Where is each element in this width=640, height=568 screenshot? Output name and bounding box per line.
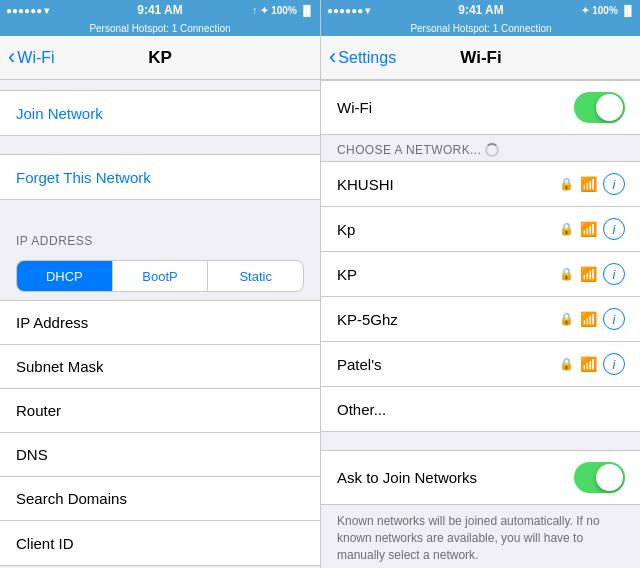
battery-icon: ▐▌: [300, 5, 314, 16]
right-nav-bar: ‹ Settings Wi-Fi: [321, 36, 640, 80]
subnet-mask-label: Subnet Mask: [16, 358, 304, 375]
network-item-kp[interactable]: KP 🔒 📶 i: [321, 252, 640, 297]
ip-segment-control[interactable]: DHCP BootP Static: [16, 260, 304, 292]
network-item-kp5ghz[interactable]: KP-5Ghz 🔒 📶 i: [321, 297, 640, 342]
battery-label: 100%: [271, 5, 297, 16]
right-wifi-icon: ▾: [365, 5, 370, 16]
right-nav-title: Wi-Fi: [460, 48, 501, 68]
kp-lock-icon: 🔒: [559, 267, 574, 281]
patels-info-button[interactable]: i: [603, 353, 625, 375]
wifi-label: Wi-Fi: [337, 99, 574, 116]
ask-join-item: Ask to Join Networks: [321, 451, 640, 504]
kp-lower-wifi-icon: 📶: [580, 221, 597, 237]
dhcp-segment[interactable]: DHCP: [17, 261, 113, 291]
loading-spinner-icon: [485, 143, 499, 157]
khushi-icons: 🔒 📶 i: [559, 173, 625, 195]
right-battery-label: 100%: [592, 5, 618, 16]
ip-address-label: IP Address: [16, 314, 304, 331]
kp-lower-lock-icon: 🔒: [559, 222, 574, 236]
static-label: Static: [239, 269, 272, 284]
network-list: KHUSHI 🔒 📶 i Kp 🔒 📶 i KP: [321, 161, 640, 432]
khushi-lock-icon: 🔒: [559, 177, 574, 191]
dns-label: DNS: [16, 446, 304, 463]
left-back-button[interactable]: ‹ Wi-Fi: [8, 48, 55, 68]
join-network-label: Join Network: [16, 105, 304, 122]
ask-join-group: Ask to Join Networks: [321, 450, 640, 505]
kp-info-button[interactable]: i: [603, 263, 625, 285]
right-time: 9:41 AM: [458, 3, 504, 17]
right-hotspot-bar: Personal Hotspot: 1 Connection: [321, 20, 640, 36]
dns-item[interactable]: DNS: [0, 433, 320, 477]
left-hotspot-bar: Personal Hotspot: 1 Connection: [0, 20, 320, 36]
right-panel: ●●●●●● ▾ 9:41 AM ✦ 100% ▐▌ Personal Hots…: [321, 0, 640, 568]
search-domains-item[interactable]: Search Domains: [0, 477, 320, 521]
left-status-bar: ●●●●●● ▾ 9:41 AM ↑ ✦ 100% ▐▌: [0, 0, 320, 20]
left-right-status-icons: ↑ ✦ 100% ▐▌: [252, 5, 314, 16]
left-status-icons: ●●●●●● ▾: [6, 5, 49, 16]
patels-lock-icon: 🔒: [559, 357, 574, 371]
kp5ghz-icons: 🔒 📶 i: [559, 308, 625, 330]
right-status-icons-right: ✦ 100% ▐▌: [581, 5, 635, 16]
kp5ghz-info-button[interactable]: i: [603, 308, 625, 330]
right-signal-icon: ●●●●●●: [327, 5, 363, 16]
left-nav-bar: ‹ Wi-Fi KP: [0, 36, 320, 80]
khushi-wifi-icon: 📶: [580, 176, 597, 192]
network-name-kp: KP: [337, 266, 559, 283]
left-hotspot-text: Personal Hotspot: 1 Connection: [89, 23, 230, 34]
client-id-label: Client ID: [16, 535, 304, 552]
client-id-item[interactable]: Client ID: [0, 521, 320, 565]
bootp-segment[interactable]: BootP: [113, 261, 209, 291]
forget-network-item[interactable]: Forget This Network: [0, 155, 320, 199]
network-name-other: Other...: [337, 401, 625, 418]
spacer-2: [0, 200, 320, 218]
right-status-icons-left: ●●●●●● ▾: [327, 5, 370, 16]
wifi-toggle-group: Wi-Fi: [321, 80, 640, 135]
ip-address-item[interactable]: IP Address: [0, 301, 320, 345]
network-item-patels[interactable]: Patel's 🔒 📶 i: [321, 342, 640, 387]
right-battery-icon: ▐▌: [621, 5, 635, 16]
right-hotspot-text: Personal Hotspot: 1 Connection: [410, 23, 551, 34]
right-spacer: [321, 432, 640, 450]
wifi-toggle[interactable]: [574, 92, 625, 123]
arrow-up-icon: ↑: [252, 5, 257, 16]
signal-icon: ●●●●●●: [6, 5, 42, 16]
network-name-kp5ghz: KP-5Ghz: [337, 311, 559, 328]
bluetooth-icon: ✦: [260, 5, 268, 16]
note-text: Known networks will be joined automatica…: [321, 505, 640, 568]
khushi-info-button[interactable]: i: [603, 173, 625, 195]
back-label: Wi-Fi: [17, 49, 54, 67]
right-content: Wi-Fi CHOOSE A NETWORK... KHUSHI 🔒 📶 i: [321, 80, 640, 568]
network-name-khushi: KHUSHI: [337, 176, 559, 193]
network-item-kp-lower[interactable]: Kp 🔒 📶 i: [321, 207, 640, 252]
kp-wifi-icon: 📶: [580, 266, 597, 282]
patels-icons: 🔒 📶 i: [559, 353, 625, 375]
static-segment[interactable]: Static: [208, 261, 303, 291]
dhcp-label: DHCP: [46, 269, 83, 284]
network-name-patels: Patel's: [337, 356, 559, 373]
join-network-group: Join Network: [0, 90, 320, 136]
right-back-button[interactable]: ‹ Settings: [329, 48, 396, 68]
right-status-bar: ●●●●●● ▾ 9:41 AM ✦ 100% ▐▌: [321, 0, 640, 20]
patels-wifi-icon: 📶: [580, 356, 597, 372]
wifi-status-icon: ▾: [44, 5, 49, 16]
forget-network-group: Forget This Network: [0, 154, 320, 200]
right-back-label: Settings: [338, 49, 396, 67]
wifi-toggle-item: Wi-Fi: [321, 81, 640, 134]
spacer-top: [0, 80, 320, 90]
left-time: 9:41 AM: [137, 3, 183, 17]
left-panel: ●●●●●● ▾ 9:41 AM ↑ ✦ 100% ▐▌ Personal Ho…: [0, 0, 320, 568]
ip-fields-group: IP Address Subnet Mask Router DNS Search…: [0, 300, 320, 566]
kp-icons: 🔒 📶 i: [559, 263, 625, 285]
join-network-item[interactable]: Join Network: [0, 91, 320, 135]
ask-join-toggle[interactable]: [574, 462, 625, 493]
back-chevron-icon: ‹: [8, 46, 15, 68]
network-item-khushi[interactable]: KHUSHI 🔒 📶 i: [321, 162, 640, 207]
router-item[interactable]: Router: [0, 389, 320, 433]
subnet-mask-item[interactable]: Subnet Mask: [0, 345, 320, 389]
kp-lower-info-button[interactable]: i: [603, 218, 625, 240]
network-item-other[interactable]: Other...: [321, 387, 640, 431]
right-back-chevron-icon: ‹: [329, 46, 336, 68]
choose-network-header: CHOOSE A NETWORK...: [321, 135, 640, 161]
spacer-1: [0, 136, 320, 154]
kp-lower-icons: 🔒 📶 i: [559, 218, 625, 240]
